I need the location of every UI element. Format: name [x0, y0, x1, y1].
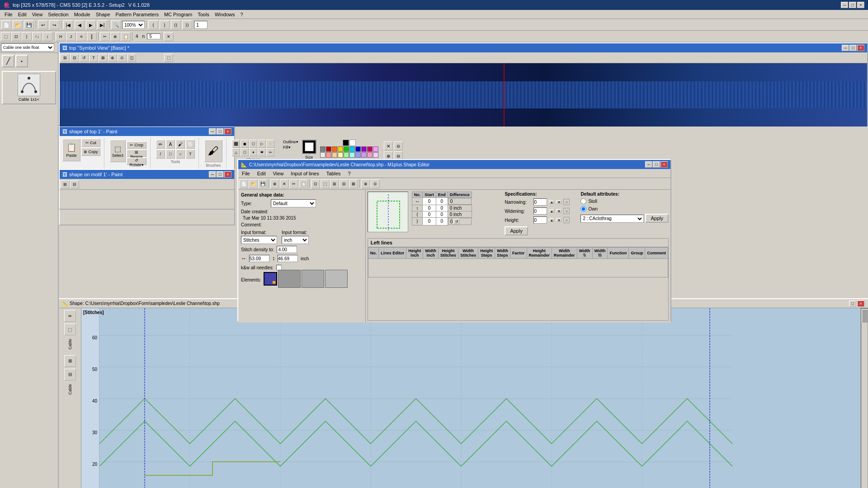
col-11[interactable]	[320, 152, 326, 158]
sh-1[interactable]: ⬛	[232, 140, 240, 148]
graph-icon-1[interactable]: ✏	[64, 310, 76, 322]
se-menu-help[interactable]: ?	[344, 170, 354, 177]
menu-selection[interactable]: Selection	[45, 11, 71, 18]
sym-max-btn[interactable]: □	[849, 45, 857, 51]
tool-line[interactable]: /	[156, 150, 165, 159]
col-8[interactable]	[361, 146, 367, 152]
format-select-1[interactable]: Stitches	[241, 236, 277, 244]
stb-6[interactable]: ⊕	[108, 54, 117, 62]
zoom-select[interactable]: 100% 50% 200%	[122, 21, 145, 29]
graph-scrollbar-v[interactable]	[861, 308, 868, 488]
tb-btn-2[interactable]: ⟩	[160, 20, 170, 29]
tb-open[interactable]: 📂	[13, 20, 23, 29]
resize-btn[interactable]: ⊞ Resize	[127, 150, 146, 157]
close-button[interactable]: ×	[857, 2, 864, 8]
menu-tools[interactable]: Tools	[195, 11, 212, 18]
diff-btn[interactable]: ↺	[453, 219, 460, 224]
se-tb-1[interactable]: 📄	[239, 179, 248, 188]
tb2-btn-4[interactable]: ↑↓	[32, 32, 42, 41]
maximize-button[interactable]: □	[849, 2, 856, 8]
sh-4[interactable]: ▷	[258, 140, 266, 148]
se-tb-7[interactable]: 📋	[299, 179, 308, 188]
tool-rect[interactable]: □	[166, 150, 175, 159]
tool-type2[interactable]: ▪	[15, 55, 28, 67]
col-15[interactable]	[344, 152, 349, 158]
edit-t1[interactable]: ✕	[384, 141, 393, 150]
height-input[interactable]	[278, 255, 298, 262]
apply-specs-button[interactable]: Apply	[505, 226, 528, 235]
height-spec-input[interactable]	[533, 216, 547, 224]
se-tb-3[interactable]: 💾	[258, 179, 267, 188]
col-7[interactable]	[355, 146, 361, 152]
stb-2[interactable]: ⊟	[70, 54, 79, 62]
col-18[interactable]	[361, 152, 367, 158]
p1-min[interactable]: ─	[209, 128, 216, 135]
col-10[interactable]	[373, 146, 378, 152]
tb2-btn-6[interactable]: H	[56, 32, 66, 41]
cable-item[interactable]: Cable 1x1<	[2, 71, 56, 104]
col-13[interactable]	[332, 152, 337, 158]
elem-swatch-2[interactable]	[278, 270, 301, 288]
cut-btn[interactable]: ✂ Cut	[81, 139, 100, 147]
narrowing-spin-up[interactable]: ▲	[549, 200, 554, 204]
tool-oval[interactable]: ○	[176, 150, 185, 159]
tb-redo[interactable]: ↪	[49, 20, 59, 29]
tb-save[interactable]: 💾	[24, 20, 34, 29]
tool-eraser[interactable]: ⬜	[186, 140, 195, 149]
tool-text[interactable]: T	[186, 150, 195, 159]
se-tb-2[interactable]: 📂	[249, 179, 258, 188]
sh-10[interactable]: ✏	[266, 148, 274, 156]
tb-zoom-in[interactable]: 🔍	[111, 20, 121, 29]
tool-diagonal[interactable]: ╱	[2, 55, 14, 67]
stb-3[interactable]: ↺	[80, 54, 89, 62]
tb-new[interactable]: 📄	[1, 20, 11, 29]
col-5[interactable]	[344, 146, 349, 152]
se-tb-12[interactable]: ⊠	[349, 179, 358, 188]
p2-max[interactable]: □	[217, 171, 224, 178]
p2tb-2[interactable]: ⊟	[70, 180, 79, 188]
stb-7[interactable]: ⊙	[118, 54, 127, 62]
se-menu-file[interactable]: File	[238, 170, 254, 177]
stoll-radio[interactable]	[580, 198, 586, 204]
col-6[interactable]	[349, 146, 355, 152]
own-radio[interactable]	[580, 206, 586, 212]
tool-brush-2[interactable]: 🖌	[176, 140, 185, 149]
stb-1[interactable]: ⊞	[61, 54, 70, 62]
tb2-btn-9[interactable]: ║	[87, 32, 97, 41]
sh-2[interactable]: ◼	[241, 140, 249, 148]
p2tb-1[interactable]: ⊞	[61, 180, 70, 188]
brush-icon-big[interactable]: 🖌	[204, 140, 222, 162]
height-toggle[interactable]: ○	[563, 217, 570, 223]
se-menu-tables[interactable]: Tables	[323, 170, 344, 177]
sh-3[interactable]: ⬡	[249, 140, 257, 148]
col-2[interactable]	[326, 146, 331, 152]
col-9[interactable]	[367, 146, 373, 152]
narrowing-input[interactable]	[533, 198, 547, 206]
width-input[interactable]	[249, 255, 269, 262]
sh-9[interactable]: ❤	[258, 148, 266, 156]
menu-help[interactable]: ?	[238, 11, 246, 18]
col-17[interactable]	[355, 152, 361, 158]
tb2-paste[interactable]: 📋	[121, 32, 131, 41]
tb2-btn-7[interactable]: J	[66, 32, 76, 41]
format-select-2[interactable]: inch	[282, 236, 309, 244]
stitch-density-input[interactable]	[277, 246, 297, 253]
menu-view[interactable]: View	[29, 11, 46, 18]
menu-module[interactable]: Module	[71, 11, 93, 18]
se-menu-edit[interactable]: Edit	[254, 170, 269, 177]
sg-close[interactable]: ×	[857, 300, 864, 307]
tool-fill[interactable]: A	[166, 140, 175, 149]
sh-6[interactable]: △	[232, 148, 240, 156]
color-white[interactable]	[349, 140, 356, 146]
tb2-cross[interactable]: ✕	[164, 32, 174, 41]
select-btn-group[interactable]: ⬚ Select	[110, 140, 126, 162]
tb2-copy[interactable]: ⊕	[110, 32, 120, 41]
menu-pattern-params[interactable]: Pattern Parameters	[113, 11, 161, 18]
rotate-btn[interactable]: ↺ Rotate▾	[127, 158, 146, 165]
color-black[interactable]	[343, 140, 349, 146]
tb-play[interactable]: ▶	[86, 20, 96, 29]
elem-swatch-1[interactable]	[264, 272, 277, 286]
se-menu-view[interactable]: View	[269, 170, 288, 177]
sym-close-btn[interactable]: ×	[857, 45, 864, 51]
se-tb-13[interactable]: ⊕	[361, 179, 370, 188]
